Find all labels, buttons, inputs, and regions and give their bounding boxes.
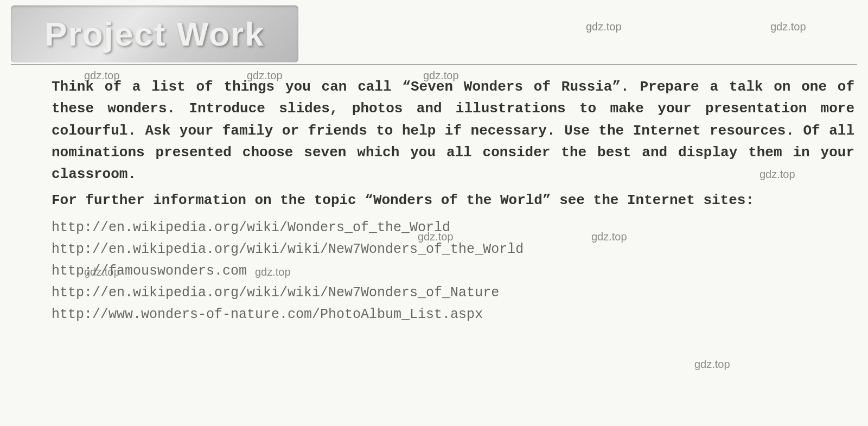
link-1: http://en.wikipedia.org/wiki/Wonders_of_…	[52, 217, 854, 239]
paragraph-1: Think of a list of things you can call “…	[52, 76, 854, 185]
watermark-1: gdz.top	[586, 21, 622, 33]
link-2: http://en.wikipedia.org/wiki/wiki/New7Wo…	[52, 239, 854, 260]
project-work-title: Project Work	[44, 15, 264, 53]
paragraph-2: For further information on the topic “Wo…	[52, 189, 854, 211]
header-line	[11, 64, 857, 65]
watermark-2: gdz.top	[770, 21, 806, 33]
link-3: http://famouswonders.com	[52, 260, 854, 282]
link-5: http://www.wonders-of-nature.com/PhotoAl…	[52, 304, 854, 326]
links-section: http://en.wikipedia.org/wiki/Wonders_of_…	[52, 217, 854, 326]
watermark-11: gdz.top	[694, 358, 730, 371]
link-4: http://en.wikipedia.org/wiki/wiki/New7Wo…	[52, 282, 854, 304]
project-work-banner: Project Work	[11, 5, 298, 62]
page-container: Project Work gdz.top gdz.top gdz.top gdz…	[0, 0, 868, 426]
main-content: Think of a list of things you can call “…	[52, 76, 854, 326]
